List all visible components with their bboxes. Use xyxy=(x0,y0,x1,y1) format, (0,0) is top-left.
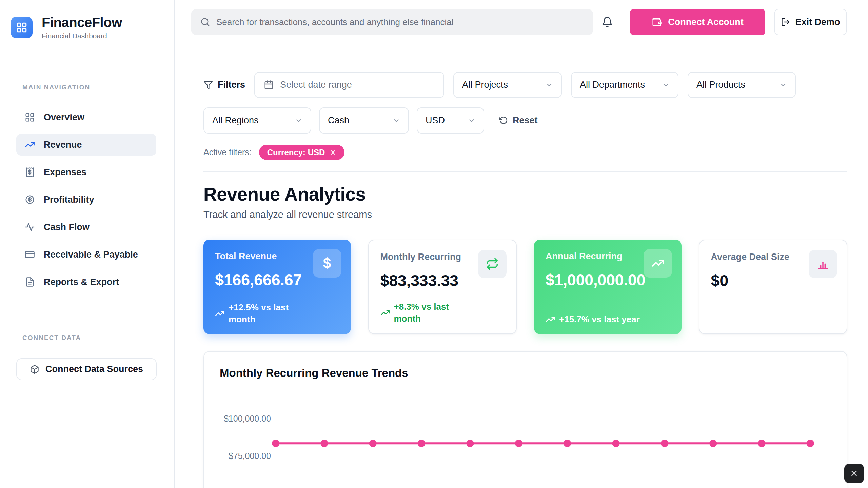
credit-card-icon xyxy=(25,249,35,260)
chevron-down-icon xyxy=(468,117,475,124)
trending-up-icon xyxy=(651,257,664,270)
sidebar-item-overview[interactable]: Overview xyxy=(16,106,156,128)
app-tagline: Financial Dashboard xyxy=(42,32,122,40)
sidebar-item-cash-flow[interactable]: Cash Flow xyxy=(16,216,156,238)
currency-select[interactable]: USD xyxy=(417,107,484,134)
products-select-value: All Products xyxy=(696,80,745,90)
projects-select-value: All Projects xyxy=(462,80,508,90)
rotate-ccw-icon xyxy=(499,116,508,125)
search-input[interactable] xyxy=(216,17,584,27)
chart-point xyxy=(564,440,571,447)
bell-icon xyxy=(601,16,613,28)
layout-grid-icon xyxy=(16,22,27,33)
chip-label: Currency: USD xyxy=(267,148,325,157)
calendar-icon xyxy=(264,80,274,90)
sidebar-item-label: Revenue xyxy=(44,140,82,150)
regions-select-value: All Regions xyxy=(212,115,259,126)
date-range-input[interactable] xyxy=(280,80,435,90)
x-icon[interactable] xyxy=(330,149,336,156)
brand-text: FinanceFlow Financial Dashboard xyxy=(42,15,122,40)
wallet-icon xyxy=(652,17,662,27)
kpi-delta-text: +8.3% vs last month xyxy=(394,301,475,325)
chart-point xyxy=(369,440,377,447)
trending-up-icon xyxy=(25,140,35,150)
app-logo xyxy=(11,17,33,38)
active-filters-row: Active filters: Currency: USD xyxy=(203,145,847,160)
layout-grid-icon xyxy=(25,112,35,122)
sidebar-item-profitability[interactable]: Profitability xyxy=(16,189,156,210)
notifications-button[interactable] xyxy=(601,16,613,28)
page-title: Revenue Analytics xyxy=(203,182,847,206)
payment-type-select[interactable]: Cash xyxy=(319,107,409,134)
section-divider xyxy=(203,171,847,172)
chart-point xyxy=(467,440,474,447)
departments-select[interactable]: All Departments xyxy=(571,72,678,98)
kpi-delta-text: +15.7% vs last year xyxy=(559,313,640,325)
package-icon xyxy=(30,365,39,374)
trending-up-icon xyxy=(215,309,224,318)
kpi-icon-box xyxy=(809,250,837,278)
sidebar-item-label: Reports & Export xyxy=(44,277,119,287)
reset-filters-button[interactable]: Reset xyxy=(499,115,538,126)
reset-label: Reset xyxy=(513,115,538,126)
kpi-card-total-revenue: Total Revenue $166,666.67 $ +12.5% vs la… xyxy=(203,240,351,334)
sidebar-item-label: Cash Flow xyxy=(44,222,90,232)
chevron-down-icon xyxy=(393,117,400,124)
dollar-icon: $ xyxy=(323,255,331,271)
overlay-close-button[interactable] xyxy=(844,464,864,483)
page-subtitle: Track and analyze all revenue streams xyxy=(203,208,847,221)
chart-point xyxy=(515,440,522,447)
x-icon xyxy=(850,469,859,478)
sidebar-item-revenue[interactable]: Revenue xyxy=(16,134,156,156)
repeat-icon xyxy=(486,258,499,270)
dollar-circle-icon xyxy=(25,195,35,205)
main-area: Connect Account Exit Demo Filters All xyxy=(175,0,868,488)
projects-select[interactable]: All Projects xyxy=(453,72,562,98)
products-select[interactable]: All Products xyxy=(688,72,796,98)
chevron-down-icon xyxy=(662,81,670,89)
trending-up-icon xyxy=(546,314,555,324)
kpi-card-annual-recurring: Annual Recurring $1,000,000.00 +15.7% vs… xyxy=(534,240,682,334)
kpi-cards: Total Revenue $166,666.67 $ +12.5% vs la… xyxy=(203,240,847,334)
activity-icon xyxy=(25,222,35,232)
date-range-field xyxy=(254,72,444,98)
sidebar-item-reports-export[interactable]: Reports & Export xyxy=(16,271,156,293)
chevron-down-icon xyxy=(780,81,787,89)
trending-up-icon xyxy=(380,308,390,318)
connect-account-label: Connect Account xyxy=(668,17,744,27)
payment-type-select-value: Cash xyxy=(328,115,349,126)
filters-row-1: Filters All Projects All Departments All… xyxy=(203,72,847,98)
global-search xyxy=(191,9,593,35)
chart-point xyxy=(661,440,668,447)
logout-icon xyxy=(781,17,790,27)
sidebar-item-label: Profitability xyxy=(44,195,94,205)
chevron-down-icon xyxy=(546,81,553,89)
nav-list: Overview Revenue Expenses Profitability … xyxy=(16,106,156,293)
connect-data-sources-button[interactable]: Connect Data Sources xyxy=(16,358,157,380)
mrr-trends-chart-card: Monthly Recurring Revenue Trends $100,00… xyxy=(203,351,847,488)
sidebar-item-expenses[interactable]: Expenses xyxy=(16,161,156,183)
kpi-delta: +8.3% vs last month xyxy=(380,301,475,325)
exit-demo-label: Exit Demo xyxy=(795,17,840,27)
kpi-icon-box xyxy=(478,250,507,278)
kpi-card-average-deal-size: Average Deal Size $0 xyxy=(699,240,848,334)
connect-account-button[interactable]: Connect Account xyxy=(630,9,765,35)
currency-select-value: USD xyxy=(426,115,445,126)
funnel-icon xyxy=(203,80,213,90)
kpi-delta: +12.5% vs last month xyxy=(215,302,310,325)
kpi-icon-box: $ xyxy=(313,249,341,278)
chart-point xyxy=(612,440,620,447)
chart-point xyxy=(418,440,425,447)
sidebar: FinanceFlow Financial Dashboard MAIN NAV… xyxy=(0,0,175,488)
connect-section-heading: CONNECT DATA xyxy=(22,334,156,342)
filters-row-2: All Regions Cash USD Reset xyxy=(203,107,847,134)
file-text-icon xyxy=(25,277,35,287)
exit-demo-button[interactable]: Exit Demo xyxy=(774,9,847,35)
sidebar-item-receivable-payable[interactable]: Receivable & Payable xyxy=(16,244,156,265)
chart-point xyxy=(320,440,328,447)
active-filter-chip-currency[interactable]: Currency: USD xyxy=(259,145,345,160)
sidebar-nav: MAIN NAVIGATION Overview Revenue Expense… xyxy=(0,55,174,380)
regions-select[interactable]: All Regions xyxy=(203,107,311,134)
chart-point xyxy=(272,440,279,447)
chart-point xyxy=(709,440,717,447)
